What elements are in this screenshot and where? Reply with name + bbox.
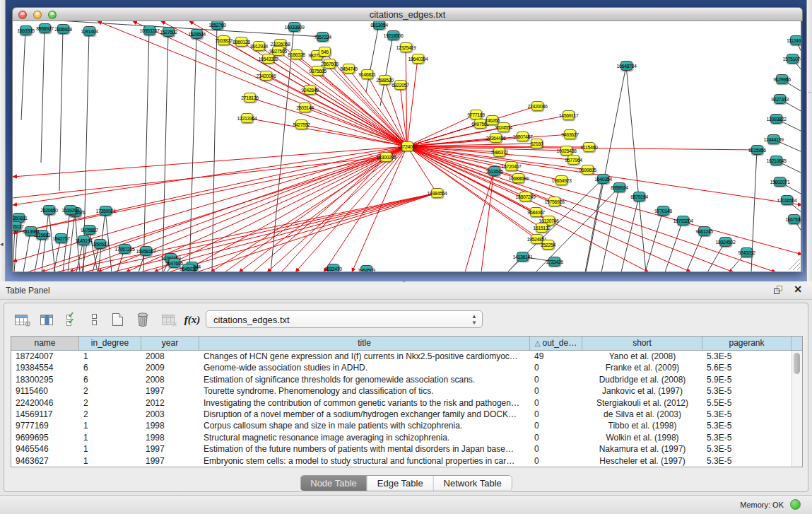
select-all-rows-icon[interactable]: ✓ ✓: [62, 309, 82, 330]
table-cell[interactable]: 2012: [141, 397, 199, 409]
network-node[interactable]: 18640394: [412, 54, 424, 64]
network-node[interactable]: 16958167: [140, 246, 152, 256]
network-node[interactable]: 19756928: [548, 197, 560, 206]
table-row[interactable]: 946554611997Estimation of the future num…: [11, 443, 802, 455]
network-node[interactable]: 20364436: [490, 133, 502, 143]
network-node[interactable]: 252254: [542, 240, 554, 250]
table-cell[interactable]: 1998: [141, 432, 199, 443]
table-row[interactable]: 1938455462009Genome-wide association stu…: [11, 362, 802, 373]
network-node[interactable]: 9129966: [776, 74, 788, 84]
table-cell[interactable]: Tourette syndrome. Phenomenology and cla…: [199, 385, 530, 397]
network-node[interactable]: 9777169: [470, 110, 482, 119]
network-node[interactable]: 62160: [531, 139, 543, 148]
column-header-in_degree[interactable]: in_degree: [79, 337, 141, 350]
delete-table-icon[interactable]: ✕: [158, 309, 178, 330]
network-node[interactable]: 3624554: [498, 122, 510, 132]
table-cell[interactable]: 5.6E-5: [702, 362, 792, 373]
table-cell[interactable]: 18724007: [11, 351, 79, 362]
network-node[interactable]: 8912934: [253, 41, 265, 51]
scrollbar-thumb[interactable]: [794, 353, 800, 374]
table-row[interactable]: 1872400712008Changes of HCN gene express…: [11, 351, 802, 362]
table-cell[interactable]: 2008: [141, 351, 199, 362]
network-node[interactable]: 8186328: [290, 49, 302, 59]
network-node[interactable]: 15751074: [787, 54, 799, 64]
network-node[interactable]: 22420046: [531, 101, 543, 111]
network-node[interactable]: 1647605: [168, 258, 180, 268]
network-node[interactable]: 1652760: [211, 21, 223, 30]
network-node[interactable]: 9577964: [567, 155, 579, 165]
network-node[interactable]: 8813054: [373, 21, 385, 30]
table-cell[interactable]: 1: [79, 443, 141, 455]
column-header-year[interactable]: year: [141, 337, 199, 350]
network-node[interactable]: 15692071: [774, 177, 786, 187]
table-cell[interactable]: 22420046: [11, 397, 79, 409]
network-node[interactable]: 2867608: [324, 59, 336, 69]
table-cell[interactable]: 1: [79, 455, 141, 467]
network-node[interactable]: 23420046: [260, 71, 272, 81]
node-table[interactable]: namein_degreeyeartitle△out_de…shortpager…: [11, 336, 803, 467]
tab-network-table[interactable]: Network Table: [434, 476, 512, 491]
network-node[interactable]: 9684067: [530, 207, 542, 217]
table-cell[interactable]: 0: [530, 397, 582, 409]
table-cell[interactable]: 2: [79, 385, 141, 397]
table-selector-dropdown[interactable]: citations_edges.txt ▲▼: [206, 310, 483, 328]
table-cell[interactable]: 2008: [141, 374, 199, 385]
table-cell[interactable]: 0: [530, 432, 582, 443]
table-row[interactable]: 911546021997Tourette syndrome. Phenomeno…: [11, 385, 802, 397]
network-node[interactable]: 9461245: [698, 226, 710, 236]
table-cell[interactable]: Yano et al. (2008): [582, 351, 702, 362]
table-cell[interactable]: 0: [530, 443, 582, 455]
network-node[interactable]: 1519294: [64, 205, 76, 215]
table-cell[interactable]: 2: [79, 397, 141, 409]
network-node[interactable]: 10807487: [517, 132, 529, 141]
network-node[interactable]: 3313981: [25, 226, 37, 236]
network-node[interactable]: 9875685: [312, 66, 324, 76]
network-node[interactable]: 1805117: [12, 221, 21, 231]
table-cell[interactable]: 19384554: [11, 362, 79, 373]
table-cell[interactable]: 5.3E-5: [702, 385, 792, 397]
network-node[interactable]: 11124956: [790, 35, 801, 45]
network-node[interactable]: 16648784: [620, 61, 632, 71]
network-node[interactable]: 1964503: [360, 265, 372, 271]
table-cell[interactable]: 2: [79, 409, 141, 420]
network-window-titlebar[interactable]: citations_edges.txt: [12, 7, 803, 21]
table-settings-icon[interactable]: ⚙: [11, 309, 31, 330]
table-cell[interactable]: 1: [79, 351, 141, 362]
network-node[interactable]: 9146821: [361, 69, 373, 79]
network-node[interactable]: 9115460: [583, 142, 595, 152]
network-node[interactable]: 17957225: [119, 244, 131, 254]
network-node[interactable]: 9242848: [304, 85, 316, 95]
network-node[interactable]: 12325419: [400, 42, 412, 52]
table-cell[interactable]: 1998: [141, 420, 199, 431]
table-cell[interactable]: Embryonic stem cells: a model to study s…: [199, 455, 530, 467]
network-node[interactable]: 17359924: [100, 206, 112, 216]
network-node[interactable]: 10688609: [512, 173, 524, 183]
table-row[interactable]: 946362711997Embryonic stem cells: a mode…: [11, 455, 802, 467]
table-cell[interactable]: 5.5E-5: [702, 397, 792, 409]
table-cell[interactable]: 9463627: [11, 455, 79, 467]
splitter-handle-icon[interactable]: ⌃: [401, 280, 407, 287]
table-cell[interactable]: 6: [79, 362, 141, 373]
network-node[interactable]: 9832470: [327, 264, 339, 271]
table-cell[interactable]: 5.3E-5: [702, 455, 792, 467]
table-cell[interactable]: 0: [530, 362, 582, 373]
table-cell[interactable]: Wolkin et al. (1998): [582, 432, 702, 443]
table-cell[interactable]: Franke et al. (2009): [582, 362, 702, 373]
table-cell[interactable]: 9115460: [11, 385, 79, 397]
table-cell[interactable]: Hescheler et al. (1997): [582, 455, 702, 467]
left-panel-collapsed-strip[interactable]: ◂: [0, 0, 6, 281]
right-panel-collapsed-strip[interactable]: [806, 0, 812, 281]
network-node[interactable]: 1167534: [788, 214, 800, 224]
network-node[interactable]: 8427552: [295, 119, 307, 129]
table-cell[interactable]: 1997: [141, 455, 199, 467]
network-node[interactable]: 9699695: [582, 165, 594, 175]
network-node[interactable]: 17016504: [781, 195, 793, 205]
close-panel-icon[interactable]: ✕: [794, 284, 802, 295]
table-cell[interactable]: Investigating the contribution of common…: [199, 397, 530, 409]
table-cell[interactable]: 2009: [141, 362, 199, 373]
network-node[interactable]: 8860128: [235, 37, 247, 47]
network-node[interactable]: 1640354: [597, 174, 609, 184]
network-node[interactable]: 18807249: [519, 192, 531, 201]
float-panel-icon[interactable]: [774, 286, 784, 295]
table-row[interactable]: 1830029562008Estimation of significance …: [11, 374, 802, 385]
